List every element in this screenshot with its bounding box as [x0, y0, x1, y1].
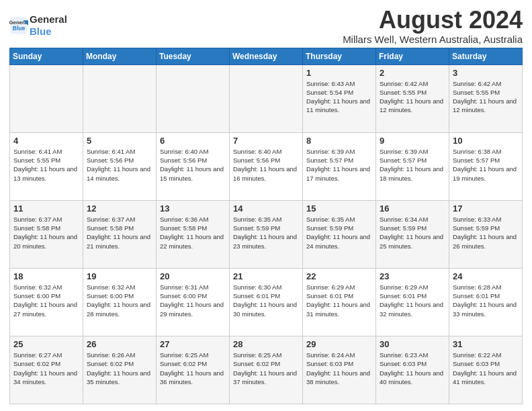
calendar-cell: 28Sunrise: 6:25 AMSunset: 6:02 PMDayligh…	[230, 336, 303, 404]
day-info: Sunrise: 6:33 AMSunset: 5:59 PMDaylight:…	[453, 215, 519, 250]
day-info: Sunrise: 6:37 AMSunset: 5:58 PMDaylight:…	[13, 215, 79, 250]
title-section: August 2024 Millars Well, Western Austra…	[343, 7, 523, 45]
calendar-week-row: 11Sunrise: 6:37 AMSunset: 5:58 PMDayligh…	[10, 200, 523, 268]
calendar-cell: 1Sunrise: 6:43 AMSunset: 5:54 PMDaylight…	[303, 64, 376, 132]
day-info: Sunrise: 6:26 AMSunset: 6:02 PMDaylight:…	[87, 351, 152, 386]
calendar-cell	[157, 64, 230, 132]
calendar-cell: 15Sunrise: 6:35 AMSunset: 5:59 PMDayligh…	[303, 200, 376, 268]
day-info: Sunrise: 6:39 AMSunset: 5:57 PMDaylight:…	[306, 147, 372, 183]
day-info: Sunrise: 6:29 AMSunset: 6:01 PMDaylight:…	[380, 283, 445, 318]
day-number: 13	[160, 203, 226, 214]
day-info: Sunrise: 6:40 AMSunset: 5:56 PMDaylight:…	[233, 147, 299, 183]
day-info: Sunrise: 6:24 AMSunset: 6:03 PMDaylight:…	[306, 351, 372, 386]
day-number: 16	[380, 203, 445, 214]
day-info: Sunrise: 6:42 AMSunset: 5:55 PMDaylight:…	[453, 79, 519, 115]
day-number: 4	[13, 136, 79, 146]
day-info: Sunrise: 6:40 AMSunset: 5:56 PMDaylight:…	[160, 147, 226, 183]
calendar-cell	[83, 64, 157, 132]
calendar-cell: 12Sunrise: 6:37 AMSunset: 5:58 PMDayligh…	[83, 200, 157, 268]
calendar-week-row: 4Sunrise: 6:41 AMSunset: 5:55 PMDaylight…	[10, 132, 523, 200]
day-info: Sunrise: 6:38 AMSunset: 5:57 PMDaylight:…	[453, 147, 519, 183]
calendar-week-row: 1Sunrise: 6:43 AMSunset: 5:54 PMDaylight…	[10, 64, 523, 132]
calendar-cell: 21Sunrise: 6:30 AMSunset: 6:01 PMDayligh…	[230, 268, 303, 336]
calendar-cell: 9Sunrise: 6:39 AMSunset: 5:57 PMDaylight…	[376, 132, 449, 200]
svg-text:Blue: Blue	[13, 25, 26, 32]
calendar-cell: 3Sunrise: 6:42 AMSunset: 5:55 PMDaylight…	[449, 64, 523, 132]
calendar-cell	[230, 64, 303, 132]
day-number: 23	[380, 271, 445, 281]
day-info: Sunrise: 6:39 AMSunset: 5:57 PMDaylight:…	[380, 147, 445, 183]
day-number: 18	[13, 271, 79, 281]
location-title: Millars Well, Western Australia, Austral…	[343, 34, 523, 45]
day-info: Sunrise: 6:41 AMSunset: 5:55 PMDaylight:…	[13, 147, 79, 183]
day-number: 7	[233, 136, 299, 146]
calendar-cell: 7Sunrise: 6:40 AMSunset: 5:56 PMDaylight…	[230, 132, 303, 200]
day-number: 3	[453, 68, 519, 78]
calendar-cell: 24Sunrise: 6:28 AMSunset: 6:01 PMDayligh…	[449, 268, 523, 336]
calendar-cell: 29Sunrise: 6:24 AMSunset: 6:03 PMDayligh…	[303, 336, 376, 404]
calendar-cell: 11Sunrise: 6:37 AMSunset: 5:58 PMDayligh…	[10, 200, 83, 268]
weekday-header: Sunday	[10, 48, 83, 64]
day-info: Sunrise: 6:28 AMSunset: 6:01 PMDaylight:…	[453, 283, 519, 318]
day-number: 9	[380, 136, 445, 146]
day-number: 6	[160, 136, 226, 146]
day-number: 20	[160, 271, 226, 281]
calendar-cell: 16Sunrise: 6:34 AMSunset: 5:59 PMDayligh…	[376, 200, 449, 268]
calendar-cell: 13Sunrise: 6:36 AMSunset: 5:58 PMDayligh…	[157, 200, 230, 268]
weekday-header: Tuesday	[157, 48, 230, 64]
calendar-cell: 6Sunrise: 6:40 AMSunset: 5:56 PMDaylight…	[157, 132, 230, 200]
day-info: Sunrise: 6:41 AMSunset: 5:56 PMDaylight:…	[87, 147, 152, 183]
calendar-cell: 27Sunrise: 6:25 AMSunset: 6:02 PMDayligh…	[157, 336, 230, 404]
day-number: 17	[453, 203, 519, 214]
calendar-cell: 14Sunrise: 6:35 AMSunset: 5:59 PMDayligh…	[230, 200, 303, 268]
day-info: Sunrise: 6:22 AMSunset: 6:03 PMDaylight:…	[453, 351, 519, 386]
calendar-cell: 5Sunrise: 6:41 AMSunset: 5:56 PMDaylight…	[83, 132, 157, 200]
page: General Blue General Blue August 2024 Mi…	[0, 0, 532, 411]
day-info: Sunrise: 6:27 AMSunset: 6:02 PMDaylight:…	[13, 351, 79, 386]
calendar-cell: 18Sunrise: 6:32 AMSunset: 6:00 PMDayligh…	[10, 268, 83, 336]
calendar-cell: 20Sunrise: 6:31 AMSunset: 6:00 PMDayligh…	[157, 268, 230, 336]
day-number: 14	[233, 203, 299, 214]
day-info: Sunrise: 6:37 AMSunset: 5:58 PMDaylight:…	[87, 215, 152, 250]
weekday-header: Friday	[376, 48, 449, 64]
day-info: Sunrise: 6:31 AMSunset: 6:00 PMDaylight:…	[160, 283, 226, 318]
day-number: 19	[87, 271, 152, 281]
day-info: Sunrise: 6:23 AMSunset: 6:03 PMDaylight:…	[380, 351, 445, 386]
calendar-cell: 19Sunrise: 6:32 AMSunset: 6:00 PMDayligh…	[83, 268, 157, 336]
day-number: 25	[13, 339, 79, 349]
day-number: 15	[306, 203, 372, 214]
calendar-cell	[10, 64, 83, 132]
month-title: August 2024	[343, 7, 523, 34]
day-info: Sunrise: 6:25 AMSunset: 6:02 PMDaylight:…	[160, 351, 226, 386]
day-number: 1	[306, 68, 372, 78]
calendar-header-row: SundayMondayTuesdayWednesdayThursdayFrid…	[10, 48, 523, 64]
day-number: 22	[306, 271, 372, 281]
day-info: Sunrise: 6:29 AMSunset: 6:01 PMDaylight:…	[306, 283, 372, 318]
calendar-cell: 8Sunrise: 6:39 AMSunset: 5:57 PMDaylight…	[303, 132, 376, 200]
day-number: 5	[87, 136, 152, 146]
calendar-week-row: 25Sunrise: 6:27 AMSunset: 6:02 PMDayligh…	[10, 336, 523, 404]
day-number: 21	[233, 271, 299, 281]
weekday-header: Monday	[83, 48, 157, 64]
day-number: 24	[453, 271, 519, 281]
calendar-cell: 17Sunrise: 6:33 AMSunset: 5:59 PMDayligh…	[449, 200, 523, 268]
weekday-header: Thursday	[303, 48, 376, 64]
day-info: Sunrise: 6:36 AMSunset: 5:58 PMDaylight:…	[160, 215, 226, 250]
calendar-week-row: 18Sunrise: 6:32 AMSunset: 6:00 PMDayligh…	[10, 268, 523, 336]
day-number: 28	[233, 339, 299, 349]
calendar-cell: 25Sunrise: 6:27 AMSunset: 6:02 PMDayligh…	[10, 336, 83, 404]
day-info: Sunrise: 6:32 AMSunset: 6:00 PMDaylight:…	[13, 283, 79, 318]
logo-icon: General Blue	[9, 16, 28, 35]
day-number: 26	[87, 339, 152, 349]
day-info: Sunrise: 6:43 AMSunset: 5:54 PMDaylight:…	[306, 79, 372, 115]
day-number: 12	[87, 203, 152, 214]
calendar-cell: 23Sunrise: 6:29 AMSunset: 6:01 PMDayligh…	[376, 268, 449, 336]
calendar-table: SundayMondayTuesdayWednesdayThursdayFrid…	[9, 48, 523, 404]
calendar-cell: 22Sunrise: 6:29 AMSunset: 6:01 PMDayligh…	[303, 268, 376, 336]
day-info: Sunrise: 6:34 AMSunset: 5:59 PMDaylight:…	[380, 215, 445, 250]
day-info: Sunrise: 6:25 AMSunset: 6:02 PMDaylight:…	[233, 351, 299, 386]
day-number: 11	[13, 203, 79, 214]
calendar-cell: 31Sunrise: 6:22 AMSunset: 6:03 PMDayligh…	[449, 336, 523, 404]
day-number: 31	[453, 339, 519, 349]
day-info: Sunrise: 6:35 AMSunset: 5:59 PMDaylight:…	[306, 215, 372, 250]
